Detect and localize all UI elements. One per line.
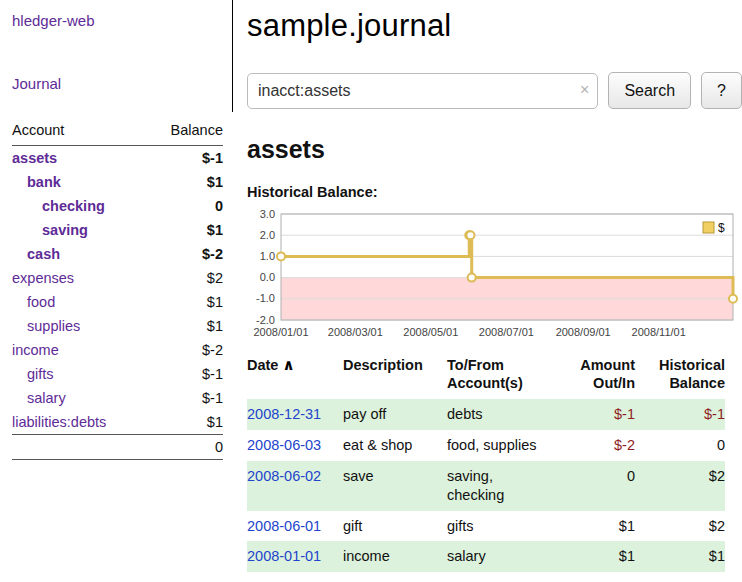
chart-xtick-label: 2008/01/01: [253, 326, 308, 338]
account-row: saving$1: [12, 218, 223, 242]
account-link[interactable]: assets: [12, 150, 57, 166]
register-row: 2008-12-31pay offdebts$-1$-1: [247, 399, 725, 430]
account-row: checking0: [12, 194, 223, 218]
transaction-balance: $1: [635, 541, 725, 572]
app-title-link[interactable]: hledger-web: [12, 12, 95, 29]
register-header-balance: Historical Balance: [635, 356, 725, 399]
chart-ytick-label: 0.0: [260, 271, 275, 283]
app-title: hledger-web: [12, 12, 223, 29]
account-link[interactable]: liabilities:debts: [12, 414, 106, 430]
account-link[interactable]: food: [27, 294, 55, 310]
accounts-header-account: Account: [12, 120, 148, 146]
transaction-date-cell: 2008-01-01: [247, 541, 343, 572]
account-link[interactable]: income: [12, 342, 59, 358]
clear-search-icon[interactable]: ×: [580, 81, 589, 99]
search-input[interactable]: [247, 73, 598, 109]
transaction-accounts: gifts: [447, 511, 559, 542]
main-content: sample.journal × Search ? assets Histori…: [247, 0, 742, 572]
account-balance: $1: [148, 410, 223, 435]
account-balance: $1: [148, 170, 223, 194]
account-balance: $-1: [148, 386, 223, 410]
transaction-amount: $-2: [559, 430, 635, 461]
transaction-amount: $-1: [559, 399, 635, 430]
account-balance: $1: [148, 290, 223, 314]
account-row: gifts$-1: [12, 362, 223, 386]
register-header-description: Description: [343, 356, 447, 399]
account-balance: $-2: [148, 338, 223, 362]
account-balance: $2: [148, 266, 223, 290]
transaction-accounts: salary: [447, 541, 559, 572]
account-row: assets$-1: [12, 146, 223, 171]
transaction-balance: 0: [635, 430, 725, 461]
chart-xtick-label: 2008/09/01: [556, 326, 611, 338]
sort-asc-icon: ∧: [282, 356, 294, 373]
account-row: income$-2: [12, 338, 223, 362]
chart-ytick-label: -1.0: [256, 292, 275, 304]
accounts-table: Account Balance assets$-1bank$1checking0…: [12, 120, 223, 460]
account-link[interactable]: supplies: [27, 318, 80, 334]
transaction-amount: $1: [559, 541, 635, 572]
transaction-date-link[interactable]: 2008-06-02: [247, 468, 321, 484]
account-balance: 0: [148, 194, 223, 218]
transaction-amount: 0: [559, 461, 635, 511]
balance-point-marker[interactable]: [466, 231, 474, 239]
chart-xtick-label: 2008/03/01: [328, 326, 383, 338]
register-table: Date∧ Description To/From Account(s) Amo…: [247, 356, 725, 572]
register-header-date[interactable]: Date∧: [247, 356, 343, 399]
accounts-table-body: assets$-1bank$1checking0saving$1cash$-2e…: [12, 146, 223, 435]
accounts-total-value: 0: [148, 435, 223, 460]
chart-ytick-label: -2.0: [256, 314, 275, 326]
balance-point-marker[interactable]: [277, 252, 285, 260]
transaction-amount: $1: [559, 511, 635, 542]
balance-point-marker[interactable]: [729, 295, 737, 303]
accounts-total-spacer: [12, 435, 148, 460]
account-link[interactable]: expenses: [12, 270, 74, 286]
account-row: food$1: [12, 290, 223, 314]
chart-xtick-label: 2008/07/01: [479, 326, 534, 338]
search-row: × Search ?: [247, 72, 742, 109]
register-header-row: Date∧ Description To/From Account(s) Amo…: [247, 356, 725, 399]
transaction-date-cell: 2008-06-01: [247, 511, 343, 542]
transaction-balance: $-1: [635, 399, 725, 430]
accounts-header-row: Account Balance: [12, 120, 223, 146]
account-link[interactable]: gifts: [27, 366, 54, 382]
account-link[interactable]: salary: [27, 390, 66, 406]
transaction-description: income: [343, 541, 447, 572]
help-button[interactable]: ?: [701, 72, 742, 109]
chart-ytick-label: 2.0: [260, 229, 275, 241]
register-header-amount: Amount Out/In: [559, 356, 635, 399]
accounts-total-row: 0: [12, 435, 223, 460]
search-button[interactable]: Search: [608, 72, 691, 109]
transaction-date-link[interactable]: 2008-12-31: [247, 406, 321, 422]
transaction-description: gift: [343, 511, 447, 542]
balance-point-marker[interactable]: [468, 274, 476, 282]
transaction-accounts: food, supplies: [447, 430, 559, 461]
transaction-description: pay off: [343, 399, 447, 430]
transaction-date-cell: 2008-06-02: [247, 461, 343, 511]
chart-title: Historical Balance:: [247, 184, 742, 200]
account-link[interactable]: saving: [42, 222, 88, 238]
chart-xtick-label: 2008/11/01: [632, 326, 686, 338]
account-link[interactable]: checking: [42, 198, 105, 214]
account-row: expenses$2: [12, 266, 223, 290]
register-row: 2008-06-01giftgifts$1$2: [247, 511, 725, 542]
register-table-body: 2008-12-31pay offdebts$-1$-12008-06-03ea…: [247, 399, 725, 572]
account-link[interactable]: cash: [27, 246, 60, 262]
account-row: bank$1: [12, 170, 223, 194]
transaction-accounts: debts: [447, 399, 559, 430]
account-balance: $-1: [148, 362, 223, 386]
page-title: sample.journal: [247, 8, 742, 44]
register-header-account: To/From Account(s): [447, 356, 559, 399]
account-link[interactable]: bank: [27, 174, 61, 190]
legend-swatch-icon: [703, 222, 714, 233]
transaction-description: save: [343, 461, 447, 511]
sidebar: hledger-web Journal Account Balance asse…: [0, 0, 233, 460]
register-row: 2008-06-03eat & shopfood, supplies$-20: [247, 430, 725, 461]
transaction-balance: $2: [635, 511, 725, 542]
transaction-date-link[interactable]: 2008-06-03: [247, 437, 321, 453]
nav-journal-link[interactable]: Journal: [12, 75, 61, 92]
transaction-date-link[interactable]: 2008-06-01: [247, 518, 321, 534]
transaction-accounts: saving, checking: [447, 461, 559, 511]
transaction-date-link[interactable]: 2008-01-01: [247, 548, 321, 564]
register-row: 2008-01-01incomesalary$1$1: [247, 541, 725, 572]
